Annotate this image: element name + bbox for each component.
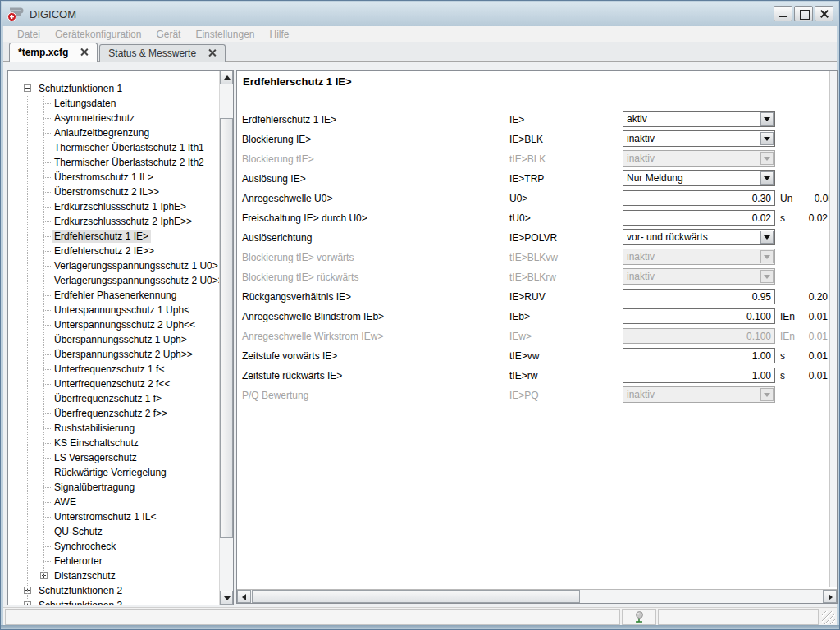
- tree-connector: [43, 325, 52, 326]
- tree-item[interactable]: Überspannungsschutz 1 Uph>: [8, 332, 219, 347]
- tab-inactive[interactable]: Status & Messwerte: [99, 44, 226, 62]
- tree-item[interactable]: AWE: [8, 495, 219, 509]
- tree-item-label: Überfrequenzschutz 1 f>: [52, 392, 164, 405]
- param-input[interactable]: 0.100: [623, 308, 775, 324]
- tree-item[interactable]: Verlagerungsspannungsschutz 2 U0>>: [8, 273, 219, 288]
- tree-item[interactable]: KS Einschaltschutz: [8, 436, 219, 450]
- tree-item[interactable]: Fehlerorter: [8, 554, 219, 568]
- param-select[interactable]: inaktiv: [623, 130, 775, 147]
- tree-vertical-scrollbar[interactable]: [219, 71, 233, 605]
- param-select: inaktiv: [623, 150, 775, 167]
- tree-item[interactable]: Erdfehlerschutz 2 IE>>: [8, 244, 219, 258]
- tree-item[interactable]: Erdfehler Phasenerkennung: [8, 288, 219, 303]
- param-input[interactable]: 0.30: [623, 190, 775, 206]
- tree-item[interactable]: Synchrocheck: [8, 539, 219, 554]
- menu-item-datei[interactable]: Datei: [10, 27, 48, 42]
- param-input-value: 0.30: [752, 193, 771, 204]
- tab-close-icon[interactable]: [80, 48, 89, 57]
- param-code: tIE>BLK: [509, 153, 546, 165]
- resize-grip[interactable]: [822, 611, 835, 624]
- tree-item[interactable]: QU-Schutz: [8, 524, 219, 539]
- tree-item[interactable]: Signalübertragung: [8, 480, 219, 495]
- tree-connector: [43, 458, 52, 459]
- form-horizontal-scrollbar[interactable]: [237, 589, 837, 603]
- tree-item[interactable]: Thermischer Überlastschutz 1 Ith1: [8, 140, 219, 155]
- tree-item[interactable]: Verlagerungsspannungsschutz 1 U0>: [8, 258, 219, 273]
- tree-item[interactable]: Überfrequenzschutz 2 f>>: [8, 406, 219, 421]
- tree-item[interactable]: Rückwärtige Verriegelung: [8, 465, 219, 480]
- tree-item[interactable]: Unterfrequenzschutz 1 f<: [8, 362, 219, 377]
- param-code: IE>: [509, 114, 524, 126]
- menu-item-hilfe[interactable]: Hilfe: [262, 27, 297, 42]
- tab-label: Status & Messwerte: [108, 48, 196, 59]
- tree-item[interactable]: LS Versagerschutz: [8, 450, 219, 465]
- dropdown-button[interactable]: [760, 112, 774, 126]
- tree-item[interactable]: Leitungsdaten: [8, 96, 219, 111]
- scroll-up-button[interactable]: [220, 71, 233, 84]
- tree-item-label: Erdfehler Phasenerkennung: [52, 289, 179, 302]
- tree-item[interactable]: Schutzfunktionen 3: [8, 598, 219, 605]
- param-label: Zeitstufe vorwärts IE>: [242, 350, 337, 362]
- param-step-value: 0.02: [787, 212, 828, 224]
- tree-item[interactable]: Anlaufzeitbegrenzung: [8, 126, 219, 140]
- param-input[interactable]: 1.00: [623, 348, 775, 363]
- tree-item[interactable]: Erdkurzschlussschutz 1 IphE>: [8, 199, 219, 214]
- tree-item[interactable]: Unterspannungsschutz 1 Uph<: [8, 303, 219, 317]
- dropdown-button[interactable]: [760, 231, 774, 244]
- tree-item[interactable]: Distanzschutz: [8, 568, 219, 583]
- param-input[interactable]: 0.95: [623, 289, 775, 304]
- tree-item[interactable]: Überfrequenzschutz 1 f>: [8, 391, 219, 406]
- param-input[interactable]: 0.02: [623, 210, 775, 226]
- tab-active[interactable]: *temp.xcfg: [9, 43, 98, 62]
- tree-item-label: Unterstromschutz 1 IL<: [52, 510, 158, 523]
- tree-item[interactable]: Schutzfunktionen 1: [8, 81, 219, 96]
- close-button[interactable]: [815, 6, 833, 21]
- tree-item[interactable]: Überstromschutz 1 IL>: [8, 170, 219, 185]
- menu-item-einstellungen[interactable]: Einstellungen: [188, 27, 262, 42]
- param-select[interactable]: Nur Meldung: [623, 170, 775, 186]
- param-label: Erdfehlerschutz 1 IE>: [242, 114, 336, 126]
- param-code: U0>: [509, 193, 527, 204]
- tree-item[interactable]: Unterspannungsschutz 2 Uph<<: [8, 317, 219, 332]
- tree-item[interactable]: Thermischer Überlastschutz 2 Ith2: [8, 155, 219, 170]
- scroll-right-button[interactable]: [823, 590, 837, 603]
- param-label: Zeitstufe rückwärts IE>: [242, 370, 342, 381]
- tree-item[interactable]: Überstromschutz 2 IL>>: [8, 185, 219, 199]
- tab-close-icon[interactable]: [208, 48, 217, 57]
- menu-item-gert[interactable]: Gerät: [148, 27, 188, 42]
- form-vertical-scrollbar[interactable]: [829, 71, 837, 587]
- tree-item[interactable]: Schutzfunktionen 2: [8, 583, 219, 598]
- menu-item-gertekonfiguration[interactable]: Gerätekonfiguration: [48, 27, 148, 42]
- tree-connector: [43, 487, 52, 488]
- tree-item-label: Überstromschutz 1 IL>: [52, 171, 156, 184]
- dropdown-button[interactable]: [760, 132, 774, 145]
- param-select[interactable]: vor- und rückwärts: [623, 229, 775, 245]
- scrollbar-thumb[interactable]: [220, 118, 233, 538]
- tree-item[interactable]: Asymmetrieschutz: [8, 111, 219, 126]
- tree-item[interactable]: Rushstabilisierung: [8, 421, 219, 436]
- scroll-left-button[interactable]: [237, 590, 251, 603]
- minimize-button[interactable]: [774, 6, 792, 21]
- scrollbar-thumb[interactable]: [252, 590, 580, 603]
- maximize-button[interactable]: [794, 6, 813, 21]
- param-label: P/Q Bewertung: [242, 390, 308, 401]
- tree-connector: [43, 177, 52, 178]
- tree-connector: [43, 162, 52, 163]
- tree-item[interactable]: Erdkurzschlussschutz 2 IphE>>: [8, 214, 219, 229]
- tree-item-label: Asymmetrieschutz: [52, 112, 137, 125]
- tree-expander-minus-icon[interactable]: [24, 84, 31, 92]
- param-label: Anregeschwelle Wirkstrom IEw>: [242, 331, 383, 342]
- tree-item[interactable]: Erdfehlerschutz 1 IE>: [8, 229, 219, 244]
- tree-item[interactable]: Unterfrequenzschutz 2 f<<: [8, 377, 219, 391]
- tree-item[interactable]: Unterstromschutz 1 IL<: [8, 509, 219, 524]
- dropdown-button[interactable]: [760, 171, 774, 185]
- param-code: tIE>rw: [509, 370, 537, 381]
- param-input[interactable]: 1.00: [623, 368, 775, 383]
- tree-item[interactable]: Überspannungsschutz 2 Uph>>: [8, 347, 219, 362]
- tree-item-label: Rückwärtige Verriegelung: [52, 466, 169, 479]
- param-select[interactable]: aktiv: [623, 111, 775, 127]
- param-row: Anregeschwelle Blindstrom IEb>IEb>0.100I…: [237, 307, 830, 326]
- scroll-down-button[interactable]: [220, 591, 233, 605]
- param-code: tIE>vw: [509, 350, 539, 362]
- param-select: inaktiv: [623, 386, 775, 403]
